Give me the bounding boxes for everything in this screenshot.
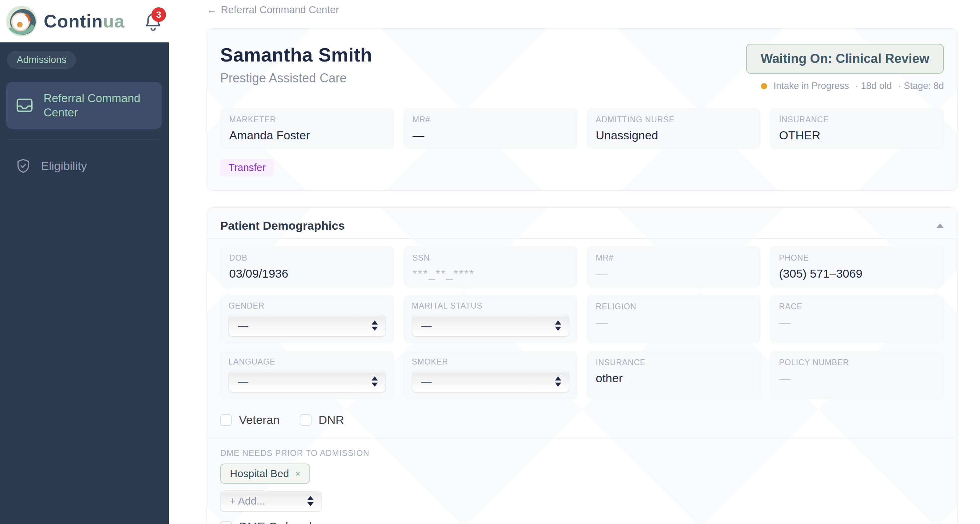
field-value: other [596, 371, 752, 385]
insurance-field: INSURANCE other [587, 351, 761, 399]
field-value: — [412, 129, 568, 142]
religion-field: RELIGION — [587, 295, 761, 343]
field-label: INSURANCE [779, 115, 935, 124]
checkbox-label: Veteran [239, 413, 280, 427]
dme-chip-hospital-bed: Hospital Bed × [220, 463, 310, 484]
field-value: ***_**_**** [412, 267, 568, 280]
shield-check-icon [14, 157, 32, 175]
checkbox-box [220, 521, 232, 524]
dme-add-select[interactable]: + Add... [220, 491, 321, 511]
field-value: 03/09/1936 [229, 267, 385, 280]
back-breadcrumb-link[interactable]: ← Referral Command Center [207, 4, 339, 16]
field-label: MARITAL STATUS [412, 301, 569, 311]
field-label: MARKETER [229, 115, 385, 124]
breadcrumb-label: Referral Command Center [221, 4, 339, 16]
field-value: OTHER [779, 129, 935, 142]
phone-field: PHONE (305) 571–3069 [770, 246, 944, 287]
checkbox-box [300, 414, 312, 426]
smoker-select[interactable]: — [412, 371, 569, 392]
intake-state: Intake in Progress [773, 81, 849, 91]
select-stepper-icon [555, 376, 561, 387]
field-label: GENDER [229, 301, 386, 311]
chip-remove-icon[interactable]: × [295, 468, 301, 479]
field-label: RACE [779, 302, 935, 311]
race-field: RACE — [770, 295, 944, 343]
patient-name: Samantha Smith [220, 44, 372, 66]
field-value: Amanda Foster [229, 129, 385, 142]
field-value: — [596, 267, 752, 280]
select-placeholder: + Add... [229, 495, 265, 507]
language-field: LANGUAGE — [220, 351, 394, 399]
divider [207, 238, 957, 239]
sidebar: Continua 3 Admissions Referral Command C… [0, 0, 169, 524]
select-stepper-icon [307, 496, 313, 506]
stage-duration: · Stage: 8d [898, 81, 944, 91]
smoker-field: SMOKER — [404, 351, 578, 399]
field-value: (305) 571–3069 [779, 267, 935, 280]
field-value: — [779, 315, 935, 329]
patient-identity: Samantha Smith Prestige Assisted Care [220, 44, 372, 86]
dme-ordered-checkbox[interactable]: DME Ordered [220, 520, 944, 524]
notification-count-badge: 3 [151, 7, 166, 22]
select-value: — [421, 376, 432, 387]
dnr-checkbox[interactable]: DNR [300, 413, 344, 427]
mr-number-field: MR# — [404, 108, 578, 149]
patient-facility: Prestige Assisted Care [220, 71, 372, 86]
patient-demographics-card: Patient Demographics DOB 03/09/1936 SSN … [207, 207, 958, 524]
select-stepper-icon [372, 320, 378, 331]
sidebar-item-label: Eligibility [41, 158, 87, 174]
field-label: SSN [412, 253, 568, 263]
field-label: MR# [596, 253, 752, 263]
field-label: POLICY NUMBER [779, 358, 935, 367]
field-label: ADMITTING NURSE [596, 115, 752, 124]
main-content: ← Referral Command Center Samantha Smith… [169, 0, 980, 524]
field-label: MR# [412, 115, 568, 124]
divider [207, 438, 957, 439]
field-value: — [779, 371, 935, 385]
select-stepper-icon [555, 320, 561, 331]
gender-select[interactable]: — [229, 315, 386, 336]
select-value: — [238, 376, 248, 387]
sidebar-item-referral-command-center[interactable]: Referral Command Center [6, 82, 162, 129]
admitting-nurse-field: ADMITTING NURSE Unassigned [587, 108, 761, 149]
sidebar-item-eligibility[interactable]: Eligibility [6, 150, 162, 182]
gender-field: GENDER — [220, 295, 394, 343]
ssn-field: SSN ***_**_**** [404, 246, 578, 287]
inbox-tray-icon [14, 95, 34, 115]
checkbox-box [220, 414, 232, 426]
sidebar-item-label: Referral Command Center [43, 91, 153, 120]
insurance-field: INSURANCE OTHER [770, 108, 944, 149]
admissions-section-badge: Admissions [7, 51, 76, 69]
referral-age: · 18d old [855, 81, 892, 91]
section-title: Patient Demographics [220, 219, 345, 233]
select-stepper-icon [372, 376, 378, 387]
veteran-checkbox[interactable]: Veteran [220, 413, 280, 427]
back-arrow-icon: ← [207, 4, 217, 16]
sidebar-divider [8, 139, 160, 140]
marketer-field: MARKETER Amanda Foster [220, 108, 394, 149]
sidebar-nav: Admissions Referral Command Center Eligi… [0, 42, 169, 524]
field-label: LANGUAGE [229, 357, 386, 366]
transfer-tag-badge: Transfer [220, 159, 274, 177]
notifications-bell-button[interactable]: 3 [143, 7, 164, 35]
checkbox-label: DME Ordered [239, 520, 312, 524]
dme-needs-label: DME NEEDS PRIOR TO ADMISSION [220, 448, 944, 458]
status-dot-icon [761, 83, 767, 89]
field-label: SMOKER [412, 357, 569, 366]
marital-status-field: MARITAL STATUS — [404, 295, 578, 343]
patient-header-card: Samantha Smith Prestige Assisted Care Wa… [207, 28, 958, 191]
checkbox-label: DNR [318, 413, 344, 427]
select-value: — [421, 320, 432, 331]
field-value: — [596, 315, 752, 329]
marital-status-select[interactable]: — [412, 315, 569, 336]
waiting-on-status-button[interactable]: Waiting On: Clinical Review [746, 44, 944, 74]
select-value: — [238, 320, 248, 331]
brand-wordmark: Continua [44, 11, 125, 32]
field-label: DOB [229, 253, 385, 263]
language-select[interactable]: — [229, 371, 386, 392]
collapse-section-icon[interactable] [936, 223, 944, 228]
continua-logo-icon [6, 5, 38, 37]
field-label: INSURANCE [596, 358, 752, 367]
dob-field: DOB 03/09/1936 [220, 246, 394, 287]
logo-row: Continua 3 [0, 0, 169, 42]
